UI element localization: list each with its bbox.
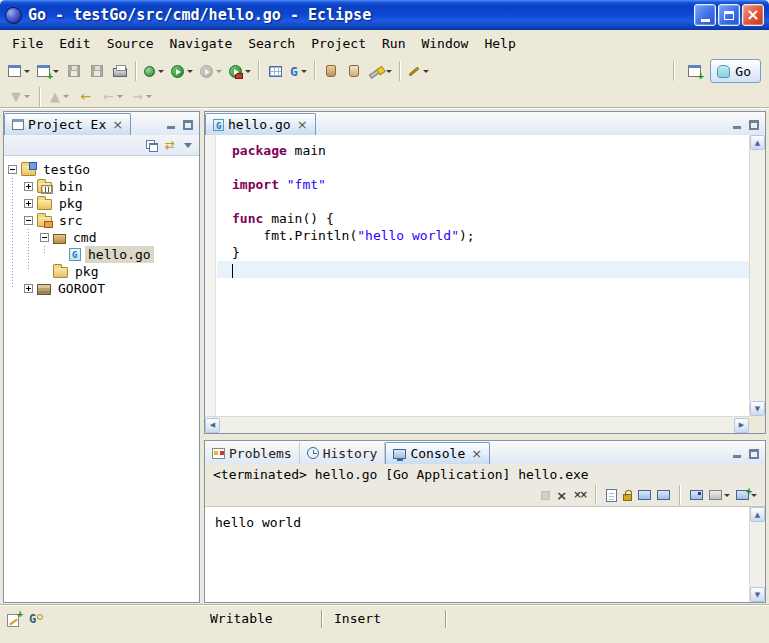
- code-token: main() {: [263, 211, 333, 226]
- show-stdout-button[interactable]: [638, 486, 651, 504]
- go-perspective-button[interactable]: Go: [710, 59, 761, 83]
- tab-problems[interactable]: Problems: [205, 442, 300, 464]
- profile-button[interactable]: [197, 59, 225, 83]
- new-go-element-button[interactable]: [264, 59, 286, 83]
- menu-project[interactable]: Project: [303, 33, 374, 54]
- view-menu-icon[interactable]: [184, 143, 192, 148]
- back-button[interactable]: ←: [100, 87, 126, 106]
- tree-item-bin[interactable]: bin: [4, 178, 199, 195]
- code-line-8[interactable]: [217, 261, 749, 278]
- pencil-plus-icon[interactable]: [7, 614, 19, 627]
- menu-edit[interactable]: Edit: [51, 33, 98, 54]
- tree-item-goroot[interactable]: GOROOT: [4, 280, 199, 297]
- tree-item-src[interactable]: src: [4, 212, 199, 229]
- remove-all-launches-button[interactable]: [573, 486, 586, 504]
- terminate-button[interactable]: [541, 486, 550, 504]
- code-line-7[interactable]: }: [217, 244, 749, 261]
- collapse-all-icon[interactable]: [146, 140, 156, 150]
- go-trim-icon[interactable]: [29, 613, 43, 627]
- menu-file[interactable]: File: [4, 33, 51, 54]
- code-line-2[interactable]: [217, 159, 749, 176]
- scroll-down-icon[interactable]: ▼: [750, 587, 765, 602]
- scroll-left-icon[interactable]: ◀: [205, 418, 220, 433]
- print-button[interactable]: [109, 59, 131, 83]
- forward-button[interactable]: →: [129, 87, 155, 106]
- external-tools-button[interactable]: [226, 59, 254, 83]
- minimize-view-icon[interactable]: [166, 120, 176, 130]
- display-console-button[interactable]: [709, 486, 730, 504]
- maximize-view-icon[interactable]: [749, 120, 759, 130]
- collapse-toggle-icon[interactable]: [40, 233, 49, 242]
- scroll-lock-button[interactable]: [623, 486, 632, 504]
- code-line-3[interactable]: import "fmt": [217, 176, 749, 193]
- minimize-view-icon[interactable]: [732, 120, 742, 130]
- tree-item-pkg[interactable]: pkg: [4, 263, 199, 280]
- run-button[interactable]: [168, 59, 196, 83]
- collapse-toggle-icon[interactable]: [24, 216, 33, 225]
- tree-item-label: hello.go: [85, 246, 154, 263]
- open-resource-button[interactable]: [343, 59, 365, 83]
- scroll-right-icon[interactable]: ▶: [734, 418, 749, 433]
- code-area[interactable]: package mainimport "fmt"func main() { fm…: [217, 135, 749, 416]
- new-wizard-button[interactable]: [5, 59, 33, 83]
- menu-search[interactable]: Search: [240, 33, 303, 54]
- pin-console-button[interactable]: [690, 486, 703, 504]
- code-line-4[interactable]: [217, 193, 749, 210]
- open-console-button[interactable]: [736, 486, 757, 504]
- expand-toggle-icon[interactable]: [24, 284, 33, 293]
- expand-toggle-icon[interactable]: [24, 199, 33, 208]
- menu-window[interactable]: Window: [413, 33, 476, 54]
- tab-history[interactable]: History: [300, 442, 386, 464]
- link-with-editor-icon[interactable]: [165, 139, 175, 151]
- mark-occurrences-button[interactable]: [405, 59, 432, 83]
- previous-annotation-button[interactable]: ▲: [47, 87, 72, 106]
- code-line-5[interactable]: func main() {: [217, 210, 749, 227]
- show-stderr-button[interactable]: [657, 486, 670, 504]
- collapse-toggle-icon[interactable]: [8, 165, 17, 174]
- menu-run[interactable]: Run: [374, 33, 413, 54]
- close-button[interactable]: [742, 4, 764, 26]
- editor-horizontal-scrollbar[interactable]: ◀ ▶: [205, 416, 749, 433]
- tree-item-testgo[interactable]: testGo: [4, 161, 199, 178]
- maximize-view-icon[interactable]: [749, 449, 759, 459]
- maximize-view-icon[interactable]: [183, 120, 193, 130]
- last-edit-location-button[interactable]: ←: [75, 87, 97, 106]
- search-button[interactable]: [366, 59, 395, 83]
- minimize-button[interactable]: [694, 4, 716, 26]
- save-button[interactable]: [63, 59, 85, 83]
- code-line-6[interactable]: fmt.Println("hello world");: [217, 227, 749, 244]
- menu-source[interactable]: Source: [99, 33, 162, 54]
- remove-launch-button[interactable]: [556, 486, 567, 504]
- open-perspective-button[interactable]: [683, 59, 705, 83]
- tab-project-explorer[interactable]: Project Ex: [4, 113, 131, 135]
- close-tab-icon[interactable]: [112, 118, 123, 131]
- go-tools-button[interactable]: [287, 59, 310, 83]
- menu-help[interactable]: Help: [476, 33, 523, 54]
- open-type-button[interactable]: [320, 59, 342, 83]
- console-output[interactable]: hello world ▲ ▼: [205, 506, 765, 602]
- close-tab-icon[interactable]: [297, 118, 308, 131]
- next-annotation-button[interactable]: ▼: [8, 87, 33, 106]
- minimize-view-icon[interactable]: [732, 449, 742, 459]
- tab-console[interactable]: Console: [385, 442, 490, 464]
- tree-item-cmd[interactable]: cmd: [4, 229, 199, 246]
- menu-navigate[interactable]: Navigate: [162, 33, 241, 54]
- titlebar: Go - testGo/src/cmd/hello.go - Eclipse: [0, 0, 769, 30]
- scroll-up-icon[interactable]: ▲: [750, 135, 765, 150]
- close-tab-icon[interactable]: [471, 447, 482, 460]
- save-all-button[interactable]: [86, 59, 108, 83]
- clear-console-button[interactable]: [606, 486, 617, 504]
- tab-hello-go[interactable]: hello.go: [205, 113, 316, 135]
- debug-button[interactable]: [141, 59, 167, 83]
- console-vertical-scrollbar[interactable]: ▲ ▼: [749, 507, 765, 602]
- scroll-down-icon[interactable]: ▼: [750, 401, 765, 416]
- maximize-button[interactable]: [718, 4, 740, 26]
- tree-item-pkg[interactable]: pkg: [4, 195, 199, 212]
- tree-item-hello-go[interactable]: hello.go: [4, 246, 199, 263]
- scroll-up-icon[interactable]: ▲: [750, 507, 765, 522]
- expand-toggle-icon[interactable]: [24, 182, 33, 191]
- annotation-ruler[interactable]: [205, 135, 216, 416]
- code-line-1[interactable]: package main: [217, 142, 749, 159]
- new-file-button[interactable]: [34, 59, 62, 83]
- editor-vertical-scrollbar[interactable]: ▲ ▼: [749, 135, 765, 416]
